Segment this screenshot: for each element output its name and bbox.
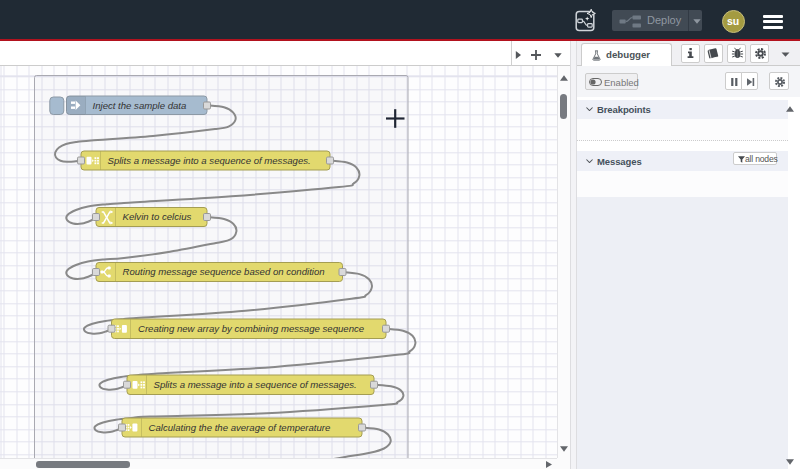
svg-text:Routing message sequence based: Routing message sequence based on condit… — [123, 266, 325, 277]
svg-text:Calculating the the average of: Calculating the the average of temperatu… — [149, 422, 331, 433]
svg-text:Creating new array by combinin: Creating new array by combining message … — [138, 323, 364, 334]
svg-text:Kelvin to celcius: Kelvin to celcius — [123, 211, 192, 222]
svg-text:Inject the sample data: Inject the sample data — [93, 100, 187, 111]
svg-text:Splits a message into a sequen: Splits a message into a sequence of mess… — [154, 379, 357, 390]
svg-text:Splits a message into a sequen: Splits a message into a sequence of mess… — [108, 155, 311, 166]
